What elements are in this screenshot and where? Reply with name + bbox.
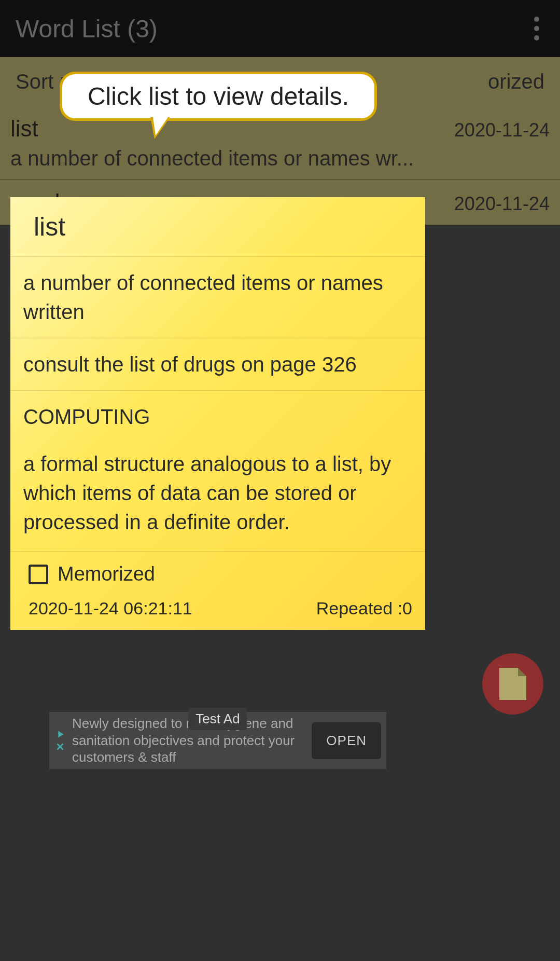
detail-word: list [10, 197, 425, 257]
help-tooltip[interactable]: Click list to view details. [60, 72, 377, 121]
memorized-checkbox[interactable] [29, 565, 48, 584]
memorized-label: Memorized [58, 563, 155, 585]
ad-banner[interactable]: Test Ad Newly designed to meet hygiene a… [49, 712, 386, 769]
detail-computing-section: COMPUTING a formal structure analogous t… [10, 391, 425, 552]
detail-definition-2: a formal structure analogous to a list, … [23, 449, 412, 537]
detail-footer: Memorized 2020-11-24 06:21:11 Repeated :… [10, 552, 425, 630]
memorized-checkbox-row[interactable]: Memorized [29, 563, 412, 585]
detail-repeated: Repeated :0 [316, 598, 412, 619]
note-icon [499, 668, 526, 700]
add-note-fab[interactable] [482, 653, 543, 715]
detail-timestamp: 2020-11-24 06:21:11 [29, 598, 192, 619]
detail-definition-1: a number of connected items or names wri… [10, 257, 425, 338]
detail-category: COMPUTING [23, 402, 412, 431]
tooltip-tail-icon [150, 117, 170, 139]
ad-open-button[interactable]: OPEN [312, 722, 381, 759]
ad-info-icons[interactable] [54, 729, 66, 752]
close-icon[interactable] [54, 741, 66, 752]
detail-example: consult the list of drugs on page 326 [10, 338, 425, 391]
tooltip-text: Click list to view details. [88, 82, 349, 111]
word-detail-dialog: list a number of connected items or name… [10, 197, 425, 630]
play-icon [54, 729, 66, 740]
test-ad-badge: Test Ad [188, 708, 247, 730]
